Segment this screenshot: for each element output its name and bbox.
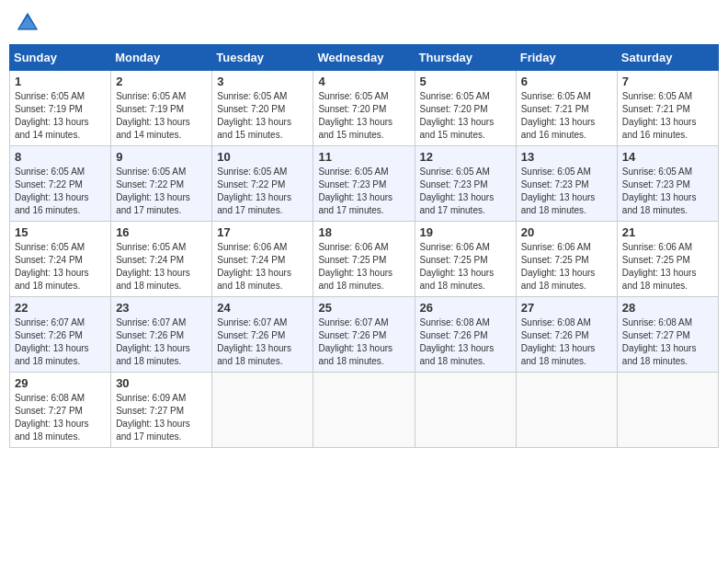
- day-number: 14: [622, 150, 713, 164]
- daylight-text: Daylight: 13 hours and 18 minutes.: [318, 267, 409, 293]
- calendar-header-thursday: Thursday: [415, 45, 516, 71]
- daylight-text: Daylight: 13 hours and 18 minutes.: [622, 191, 713, 217]
- day-number: 25: [318, 301, 409, 315]
- sunset-text: Sunset: 7:24 PM: [15, 254, 106, 267]
- day-info: Sunrise: 6:06 AMSunset: 7:25 PMDaylight:…: [420, 241, 511, 293]
- calendar-cell: 6Sunrise: 6:05 AMSunset: 7:21 PMDaylight…: [516, 71, 617, 146]
- calendar-cell: 10Sunrise: 6:05 AMSunset: 7:22 PMDayligh…: [212, 146, 313, 222]
- calendar-cell: 5Sunrise: 6:05 AMSunset: 7:20 PMDaylight…: [415, 71, 516, 146]
- sunset-text: Sunset: 7:20 PM: [420, 103, 511, 116]
- calendar-week-row: 1Sunrise: 6:05 AMSunset: 7:19 PMDaylight…: [10, 71, 719, 146]
- sunrise-text: Sunrise: 6:05 AM: [318, 90, 409, 103]
- daylight-text: Daylight: 13 hours and 18 minutes.: [116, 267, 207, 293]
- daylight-text: Daylight: 13 hours and 18 minutes.: [217, 267, 308, 293]
- day-info: Sunrise: 6:08 AMSunset: 7:26 PMDaylight:…: [521, 316, 612, 368]
- sunrise-text: Sunrise: 6:05 AM: [15, 166, 106, 178]
- calendar-week-row: 29Sunrise: 6:08 AMSunset: 7:27 PMDayligh…: [10, 373, 719, 448]
- sunrise-text: Sunrise: 6:05 AM: [15, 241, 106, 254]
- sunset-text: Sunset: 7:27 PM: [15, 405, 106, 418]
- calendar-cell: 29Sunrise: 6:08 AMSunset: 7:27 PMDayligh…: [10, 373, 111, 448]
- sunrise-text: Sunrise: 6:05 AM: [217, 166, 308, 178]
- calendar-cell: [617, 373, 718, 448]
- day-info: Sunrise: 6:06 AMSunset: 7:24 PMDaylight:…: [217, 241, 308, 293]
- daylight-text: Daylight: 13 hours and 14 minutes.: [15, 116, 106, 142]
- day-info: Sunrise: 6:07 AMSunset: 7:26 PMDaylight:…: [15, 316, 106, 368]
- daylight-text: Daylight: 13 hours and 14 minutes.: [116, 116, 207, 142]
- calendar-cell: 9Sunrise: 6:05 AMSunset: 7:22 PMDaylight…: [111, 146, 212, 222]
- sunset-text: Sunset: 7:25 PM: [622, 254, 713, 267]
- daylight-text: Daylight: 13 hours and 18 minutes.: [521, 191, 612, 217]
- sunset-text: Sunset: 7:23 PM: [521, 178, 612, 191]
- day-info: Sunrise: 6:05 AMSunset: 7:22 PMDaylight:…: [217, 166, 308, 217]
- daylight-text: Daylight: 13 hours and 18 minutes.: [521, 342, 612, 368]
- calendar-cell: 20Sunrise: 6:06 AMSunset: 7:25 PMDayligh…: [516, 222, 617, 297]
- daylight-text: Daylight: 13 hours and 18 minutes.: [15, 267, 106, 293]
- sunrise-text: Sunrise: 6:05 AM: [116, 166, 207, 178]
- sunrise-text: Sunrise: 6:07 AM: [217, 316, 308, 329]
- day-number: 10: [217, 150, 308, 164]
- calendar-cell: 30Sunrise: 6:09 AMSunset: 7:27 PMDayligh…: [111, 373, 212, 448]
- daylight-text: Daylight: 13 hours and 17 minutes.: [420, 191, 511, 217]
- day-info: Sunrise: 6:05 AMSunset: 7:20 PMDaylight:…: [217, 90, 308, 142]
- daylight-text: Daylight: 13 hours and 15 minutes.: [318, 116, 409, 142]
- sunrise-text: Sunrise: 6:06 AM: [521, 241, 612, 254]
- calendar-cell: 27Sunrise: 6:08 AMSunset: 7:26 PMDayligh…: [516, 297, 617, 373]
- calendar-week-row: 8Sunrise: 6:05 AMSunset: 7:22 PMDaylight…: [10, 146, 719, 222]
- daylight-text: Daylight: 13 hours and 16 minutes.: [622, 116, 713, 142]
- calendar-cell: 23Sunrise: 6:07 AMSunset: 7:26 PMDayligh…: [111, 297, 212, 373]
- day-info: Sunrise: 6:06 AMSunset: 7:25 PMDaylight:…: [622, 241, 713, 293]
- sunset-text: Sunset: 7:21 PM: [521, 103, 612, 116]
- day-info: Sunrise: 6:08 AMSunset: 7:27 PMDaylight:…: [15, 392, 106, 443]
- calendar-cell: 11Sunrise: 6:05 AMSunset: 7:23 PMDayligh…: [313, 146, 415, 222]
- sunset-text: Sunset: 7:25 PM: [318, 254, 409, 267]
- calendar-header-wednesday: Wednesday: [313, 45, 415, 71]
- day-number: 23: [116, 301, 207, 315]
- sunrise-text: Sunrise: 6:05 AM: [420, 90, 511, 103]
- daylight-text: Daylight: 13 hours and 16 minutes.: [521, 116, 612, 142]
- sunrise-text: Sunrise: 6:05 AM: [521, 166, 612, 178]
- logo-icon: [14, 9, 41, 37]
- daylight-text: Daylight: 13 hours and 15 minutes.: [420, 116, 511, 142]
- header: [9, 9, 719, 37]
- sunrise-text: Sunrise: 6:08 AM: [622, 316, 713, 329]
- daylight-text: Daylight: 13 hours and 18 minutes.: [420, 267, 511, 293]
- day-info: Sunrise: 6:05 AMSunset: 7:19 PMDaylight:…: [116, 90, 207, 142]
- calendar-week-row: 15Sunrise: 6:05 AMSunset: 7:24 PMDayligh…: [10, 222, 719, 297]
- sunrise-text: Sunrise: 6:06 AM: [622, 241, 713, 254]
- calendar-cell: 24Sunrise: 6:07 AMSunset: 7:26 PMDayligh…: [212, 297, 313, 373]
- day-number: 30: [116, 376, 207, 390]
- calendar-cell: 21Sunrise: 6:06 AMSunset: 7:25 PMDayligh…: [617, 222, 718, 297]
- day-info: Sunrise: 6:05 AMSunset: 7:22 PMDaylight:…: [15, 166, 106, 217]
- sunset-text: Sunset: 7:24 PM: [116, 254, 207, 267]
- day-info: Sunrise: 6:05 AMSunset: 7:23 PMDaylight:…: [318, 166, 409, 217]
- calendar-cell: 1Sunrise: 6:05 AMSunset: 7:19 PMDaylight…: [10, 71, 111, 146]
- sunrise-text: Sunrise: 6:05 AM: [116, 90, 207, 103]
- day-number: 1: [15, 75, 106, 88]
- day-info: Sunrise: 6:08 AMSunset: 7:27 PMDaylight:…: [622, 316, 713, 368]
- daylight-text: Daylight: 13 hours and 18 minutes.: [622, 267, 713, 293]
- day-number: 20: [521, 225, 612, 239]
- day-info: Sunrise: 6:05 AMSunset: 7:23 PMDaylight:…: [420, 166, 511, 217]
- calendar-cell: 25Sunrise: 6:07 AMSunset: 7:26 PMDayligh…: [313, 297, 415, 373]
- sunset-text: Sunset: 7:19 PM: [116, 103, 207, 116]
- sunrise-text: Sunrise: 6:05 AM: [622, 90, 713, 103]
- calendar-cell: [212, 373, 313, 448]
- sunset-text: Sunset: 7:26 PM: [15, 329, 106, 342]
- sunset-text: Sunset: 7:20 PM: [217, 103, 308, 116]
- day-number: 3: [217, 75, 308, 88]
- sunset-text: Sunset: 7:20 PM: [318, 103, 409, 116]
- sunrise-text: Sunrise: 6:07 AM: [116, 316, 207, 329]
- day-number: 19: [420, 225, 511, 239]
- day-number: 18: [318, 225, 409, 239]
- calendar-cell: 3Sunrise: 6:05 AMSunset: 7:20 PMDaylight…: [212, 71, 313, 146]
- sunset-text: Sunset: 7:21 PM: [622, 103, 713, 116]
- daylight-text: Daylight: 13 hours and 18 minutes.: [622, 342, 713, 368]
- calendar-cell: 4Sunrise: 6:05 AMSunset: 7:20 PMDaylight…: [313, 71, 415, 146]
- sunrise-text: Sunrise: 6:07 AM: [15, 316, 106, 329]
- day-info: Sunrise: 6:06 AMSunset: 7:25 PMDaylight:…: [318, 241, 409, 293]
- day-number: 6: [521, 75, 612, 88]
- calendar-cell: 14Sunrise: 6:05 AMSunset: 7:23 PMDayligh…: [617, 146, 718, 222]
- sunrise-text: Sunrise: 6:08 AM: [15, 392, 106, 405]
- day-number: 5: [420, 75, 511, 88]
- daylight-text: Daylight: 13 hours and 18 minutes.: [318, 342, 409, 368]
